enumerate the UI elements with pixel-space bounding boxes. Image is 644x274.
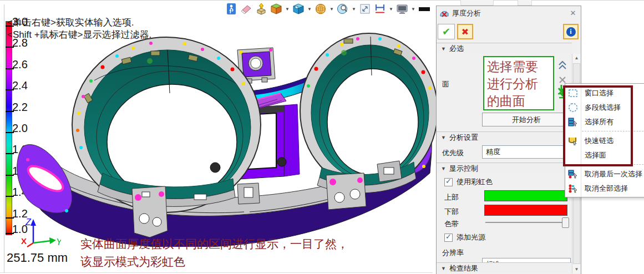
menu-item-polyline-select[interactable]: 多段线选择 xyxy=(565,100,644,115)
apply-button[interactable]: ✔ xyxy=(438,24,455,39)
face-selection-annotation: 选择需要 进行分析 的曲面 xyxy=(483,56,554,110)
band-label: 色带 xyxy=(444,219,459,229)
section-analysis-settings-label: 分析设置 xyxy=(449,133,478,143)
light-checkbox-label: 添加光源 xyxy=(457,232,485,242)
screen-bar-icon[interactable] xyxy=(418,2,431,16)
wireframe-sphere-icon[interactable] xyxy=(314,2,327,16)
select-all-icon xyxy=(565,118,581,126)
menu-item-cancel-all[interactable]: 取消全部选择 xyxy=(565,181,644,196)
upper-label: 上部 xyxy=(444,192,459,202)
cancel-all-icon xyxy=(565,184,581,193)
x-axis-label: X xyxy=(21,236,27,246)
annotation-line-1: 实体曲面厚度值以不同的区间进行显示，一目了然， xyxy=(80,236,348,252)
rainbow-checkbox[interactable] xyxy=(444,178,453,186)
viewport-left-edge xyxy=(4,4,4,273)
quick-chain-icon xyxy=(565,136,581,145)
collapse-chevrons-icon[interactable] xyxy=(556,59,569,72)
scroll-down-icon[interactable]: ▼ xyxy=(572,265,581,273)
view-style-cube-icon[interactable] xyxy=(292,2,305,16)
rainbow-checkbox-label: 使用彩虹色 xyxy=(457,177,493,187)
section-check-results-label: 检查结果 xyxy=(449,263,478,273)
info-button[interactable]: i xyxy=(563,24,579,39)
z-axis-label: Z xyxy=(25,217,32,227)
priority-value: 精度 xyxy=(486,147,500,157)
panel-title-bar: 厚度分析 xyxy=(437,6,581,21)
window-select-icon xyxy=(565,89,581,97)
info-icon: i xyxy=(566,27,576,37)
measurement-readout: 251.75 mm xyxy=(7,251,68,265)
measure-dropdown-caret[interactable]: ▼ xyxy=(388,2,394,16)
upper-color-swatch[interactable] xyxy=(484,190,567,201)
zoom-dropdown-caret[interactable]: ▼ xyxy=(351,2,357,16)
view-toolbar: ▼ ▼ ▼ ▼ ▼ ▼ xyxy=(225,2,431,16)
thickness-analysis-panel: 厚度分析 ✕ ✔ ✖ i ▼ 必选 面 选择需要 进行分析 的曲面 开始分析 ▼… xyxy=(436,6,581,274)
face-label: 面 xyxy=(442,79,449,89)
priority-label: 优先级 xyxy=(442,148,464,158)
monitor-dropdown-caret[interactable]: ▼ xyxy=(410,2,416,16)
section-display-control-label: 显示控制 xyxy=(449,164,478,174)
section-required[interactable]: ▼ 必选 xyxy=(437,43,572,54)
annotation-line-2: 该显示模式为彩虹色 xyxy=(80,254,185,270)
dock-tab[interactable] xyxy=(460,0,494,6)
menu-item-select-all[interactable]: 选择所有 xyxy=(565,115,644,129)
priority-dropdown[interactable]: 精度 ▼ xyxy=(482,145,571,159)
scroll-up-icon[interactable]: ▲ xyxy=(572,54,581,62)
display-monitor-icon[interactable] xyxy=(395,2,409,16)
resolution-label: 分辨率 xyxy=(442,248,464,258)
start-analysis-button[interactable]: 开始分析 xyxy=(482,113,571,126)
polyline-select-icon xyxy=(565,103,581,112)
section-check-results[interactable]: ▼ 检查结果 xyxy=(437,262,572,273)
model-3d-viewport[interactable] xyxy=(11,28,438,247)
wireframe-dropdown-caret[interactable]: ▼ xyxy=(329,2,334,16)
panel-title: 厚度分析 xyxy=(452,8,481,18)
solid-cube-dropdown-caret[interactable]: ▼ xyxy=(285,2,290,16)
band-slider-handle[interactable] xyxy=(562,217,569,228)
menu-separator xyxy=(582,164,644,165)
y-axis-label: Y xyxy=(56,237,61,247)
cancel-last-icon xyxy=(565,170,581,179)
eraser-icon[interactable] xyxy=(240,2,253,16)
exit-demo-icon[interactable] xyxy=(225,2,238,16)
menu-separator xyxy=(582,131,644,131)
section-required-label: 必选 xyxy=(449,44,464,54)
light-checkbox[interactable] xyxy=(444,234,453,242)
coordinate-triad: Z Y X xyxy=(21,216,61,248)
thickness-analysis-icon xyxy=(440,9,449,18)
measure-distance-icon[interactable] xyxy=(373,2,387,16)
view-style-dropdown-caret[interactable]: ▼ xyxy=(307,2,312,16)
zoom-search-icon[interactable] xyxy=(336,2,349,16)
cancel-button[interactable]: ✖ xyxy=(457,24,473,39)
menu-item-quick-chain[interactable]: 快速链选 xyxy=(565,134,644,148)
fit-window-icon[interactable] xyxy=(358,2,372,16)
dock-tab-small[interactable] xyxy=(518,0,532,6)
menu-item-select-face[interactable]: 选择面 xyxy=(565,148,644,163)
menu-item-window-select[interactable]: 窗口选择 xyxy=(565,86,644,100)
section-analysis-settings[interactable]: ▼ 分析设置 xyxy=(437,131,572,143)
menu-item-cancel-last[interactable]: 取消最后一次选择 xyxy=(565,167,644,181)
solid-cube-icon[interactable] xyxy=(270,2,283,16)
window-bottom-edge xyxy=(0,272,433,273)
panel-close-icon[interactable]: ✕ xyxy=(569,9,577,18)
extrude-box-icon[interactable] xyxy=(255,2,268,16)
window-top-edge xyxy=(0,0,644,1)
lower-label: 下部 xyxy=(444,207,459,217)
section-display-control[interactable]: ▼ 显示控制 xyxy=(437,163,572,174)
lower-color-swatch[interactable] xyxy=(484,205,567,216)
band-slider-track[interactable] xyxy=(485,222,567,223)
selection-context-menu: 窗口选择 多段线选择 选择所有 快速链选 选择面 取消最后一次选择 取消全部选择 xyxy=(565,83,644,197)
status-line-1: <单击右键>获取实体输入选项. xyxy=(7,16,134,29)
